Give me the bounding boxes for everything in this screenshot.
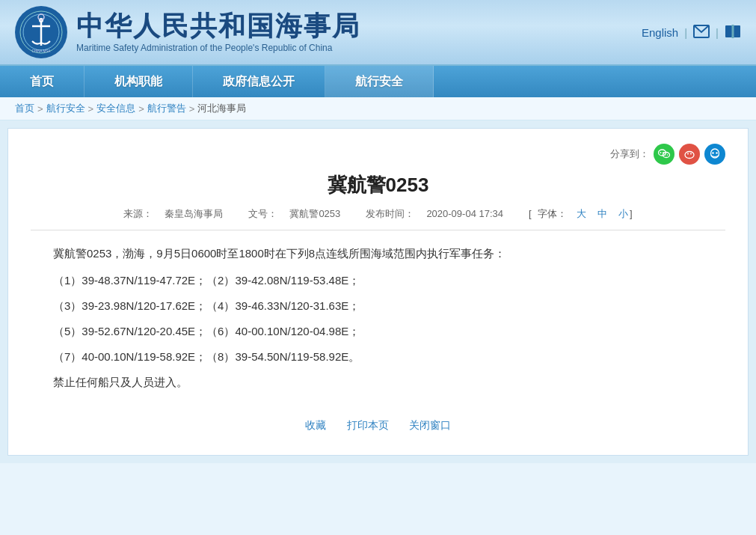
- article-meta: 来源：秦皇岛海事局 文号：冀航警0253 发布时间：2020-09-04 17:…: [31, 207, 725, 230]
- svg-point-22: [716, 152, 717, 153]
- breadcrumb-home[interactable]: 首页: [15, 102, 34, 115]
- share-label: 分享到：: [610, 147, 649, 161]
- svg-rect-10: [732, 25, 734, 38]
- svg-point-12: [660, 152, 662, 153]
- share-qq-icon[interactable]: [704, 144, 725, 165]
- font-size-links: [字体： 大 中 小]: [529, 208, 633, 219]
- action-close[interactable]: 关闭窗口: [409, 419, 451, 431]
- action-print[interactable]: 打印本页: [347, 419, 389, 431]
- nav-item-gov-info[interactable]: 政府信息公开: [193, 66, 325, 97]
- site-title-en: Maritime Safety Administration of the Pe…: [76, 43, 360, 53]
- envelope-icon[interactable]: [693, 25, 710, 40]
- article-box: 分享到：: [7, 128, 749, 456]
- breadcrumb-nav-safety[interactable]: 航行安全: [46, 102, 85, 115]
- body-intro: 冀航警0253，渤海，9月5日0600时至1800时在下列8点连线所围海域范围内…: [31, 242, 725, 265]
- font-large-link[interactable]: 大: [577, 208, 586, 219]
- font-mid-link[interactable]: 中: [597, 208, 607, 219]
- meta-source-label: 来源：: [123, 208, 153, 219]
- header-links: English | |: [642, 25, 741, 40]
- sep3: >: [138, 103, 144, 114]
- svg-text:CHINA MSA: CHINA MSA: [32, 49, 51, 53]
- breadcrumb-safety-info[interactable]: 安全信息: [96, 102, 135, 115]
- coord-1: （1）39-48.37N/119-47.72E；（2）39-42.08N/119…: [31, 269, 725, 292]
- coord-3: （5）39-52.67N/120-20.45E；（6）40-00.10N/120…: [31, 320, 725, 343]
- share-bar: 分享到：: [31, 144, 725, 165]
- breadcrumb: 首页 > 航行安全 > 安全信息 > 航行警告 > 河北海事局: [0, 97, 756, 120]
- sep2: >: [88, 103, 94, 114]
- nav-item-org[interactable]: 机构职能: [84, 66, 193, 97]
- divider2: |: [716, 26, 719, 39]
- action-save[interactable]: 收藏: [305, 419, 326, 431]
- nav-item-nav-safety[interactable]: 航行安全: [325, 66, 434, 97]
- nav-item-home[interactable]: 首页: [0, 66, 84, 97]
- book-icon[interactable]: [725, 25, 741, 40]
- sep1: >: [37, 103, 43, 114]
- share-weibo-icon[interactable]: [679, 144, 700, 165]
- coord-2: （3）39-23.98N/120-17.62E；（4）39-46.33N/120…: [31, 295, 725, 317]
- svg-point-16: [667, 154, 669, 156]
- body-closing: 禁止任何船只及人员进入。: [31, 371, 725, 394]
- svg-point-18: [687, 153, 689, 155]
- main-wrapper: 分享到：: [0, 120, 756, 463]
- logo-block: CHINA MSA 中华人民共和国海事局 Maritime Safety Adm…: [15, 6, 360, 58]
- meta-source: 秦皇岛海事局: [165, 208, 223, 219]
- meta-date-label: 发布时间：: [366, 208, 414, 219]
- sep4: >: [189, 103, 195, 114]
- font-label: 字体：: [538, 208, 567, 219]
- breadcrumb-nav-warning[interactable]: 航行警告: [147, 102, 186, 115]
- main-nav: 首页 机构职能 政府信息公开 航行安全: [0, 66, 756, 97]
- site-header: CHINA MSA 中华人民共和国海事局 Maritime Safety Adm…: [0, 0, 756, 66]
- meta-doc: 冀航警0253: [289, 208, 340, 219]
- divider1: |: [684, 26, 687, 39]
- svg-rect-9: [734, 25, 740, 37]
- svg-point-21: [712, 152, 713, 153]
- svg-rect-8: [725, 25, 732, 37]
- english-link[interactable]: English: [642, 26, 678, 39]
- meta-date: 2020-09-04 17:34: [426, 208, 503, 219]
- breadcrumb-current: 河北海事局: [197, 102, 246, 115]
- svg-point-15: [665, 154, 666, 156]
- meta-doc-label: 文号：: [248, 208, 277, 219]
- bottom-actions: 收藏 打印本页 关闭窗口: [31, 412, 725, 432]
- site-title-zh: 中华人民共和国海事局: [76, 11, 360, 41]
- article-title: 冀航警0253: [31, 172, 725, 198]
- share-wechat-icon[interactable]: [654, 144, 674, 165]
- coord-4: （7）40-00.10N/119-58.92E；（8）39-54.50N/119…: [31, 346, 725, 368]
- site-title-block: 中华人民共和国海事局 Maritime Safety Administratio…: [76, 11, 360, 53]
- article-body: 冀航警0253，渤海，9月5日0600时至1800时在下列8点连线所围海域范围内…: [31, 242, 725, 394]
- logo-emblem: CHINA MSA: [15, 6, 67, 58]
- svg-point-17: [685, 152, 694, 159]
- font-small-link[interactable]: 小: [618, 208, 628, 219]
- svg-point-19: [690, 153, 692, 155]
